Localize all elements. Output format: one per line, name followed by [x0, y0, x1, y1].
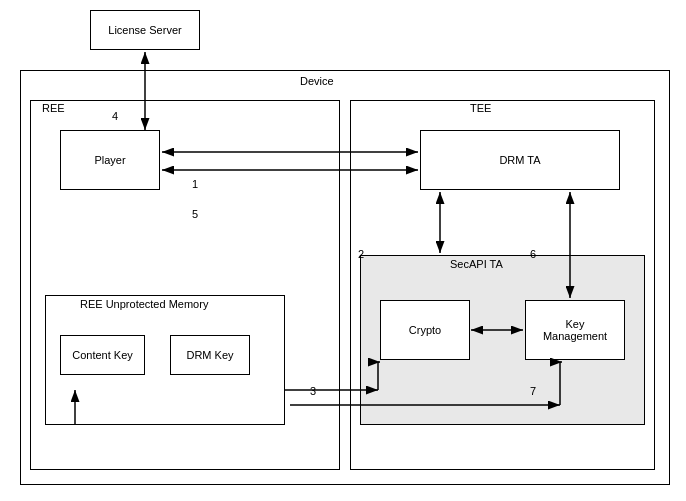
secapi-ta-label: SecAPI TA	[450, 258, 503, 270]
key-management-box: KeyManagement	[525, 300, 625, 360]
tee-label: TEE	[470, 102, 491, 114]
label-2: 2	[358, 248, 364, 260]
drm-key-label: DRM Key	[186, 349, 233, 361]
license-server-box: License Server	[90, 10, 200, 50]
license-server-label: License Server	[108, 24, 181, 36]
crypto-label: Crypto	[409, 324, 441, 336]
label-1: 1	[192, 178, 198, 190]
player-label: Player	[94, 154, 125, 166]
label-6: 6	[530, 248, 536, 260]
drm-ta-box: DRM TA	[420, 130, 620, 190]
label-3: 3	[310, 385, 316, 397]
drm-ta-label: DRM TA	[499, 154, 540, 166]
label-4: 4	[112, 110, 118, 122]
label-5: 5	[192, 208, 198, 220]
ree-memory-label: REE Unprotected Memory	[80, 298, 208, 310]
device-label: Device	[300, 75, 334, 87]
crypto-box: Crypto	[380, 300, 470, 360]
content-key-box: Content Key	[60, 335, 145, 375]
diagram: License Server Device REE TEE Player DRM…	[0, 0, 686, 501]
drm-key-box: DRM Key	[170, 335, 250, 375]
content-key-label: Content Key	[72, 349, 133, 361]
key-management-label: KeyManagement	[543, 318, 607, 342]
player-box: Player	[60, 130, 160, 190]
label-7: 7	[530, 385, 536, 397]
ree-label: REE	[42, 102, 65, 114]
